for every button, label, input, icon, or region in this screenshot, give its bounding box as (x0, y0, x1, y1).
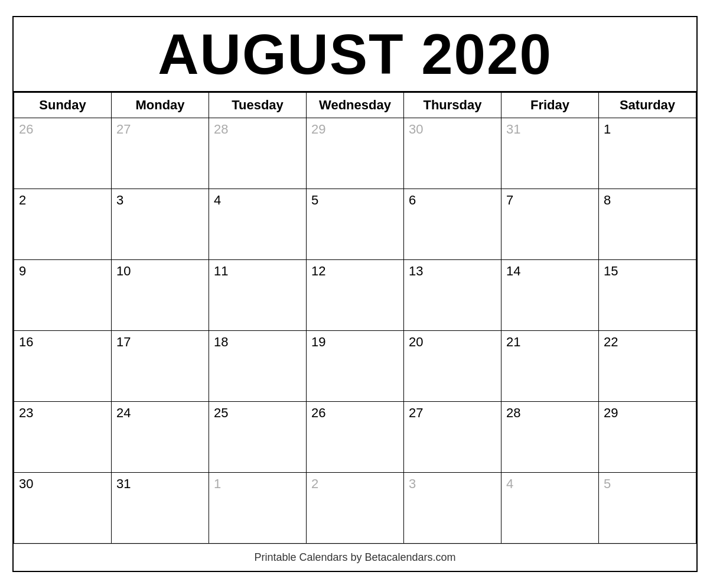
calendar-day-4-5[interactable]: 28 (501, 402, 599, 473)
calendar-day-0-3[interactable]: 29 (307, 118, 404, 189)
day-number: 2 (19, 193, 26, 207)
weekday-header-tuesday: Tuesday (209, 93, 307, 118)
weekday-header-wednesday: Wednesday (307, 93, 404, 118)
calendar-day-5-3[interactable]: 2 (307, 473, 404, 544)
calendar-week-2: 9101112131415 (14, 260, 696, 331)
calendar-day-3-3[interactable]: 19 (307, 331, 404, 402)
calendar-day-2-5[interactable]: 14 (501, 260, 599, 331)
calendar-day-5-6[interactable]: 5 (599, 473, 696, 544)
calendar-day-1-6[interactable]: 8 (599, 189, 696, 260)
day-number: 24 (116, 405, 131, 420)
day-number: 18 (214, 334, 228, 349)
calendar-day-2-4[interactable]: 13 (404, 260, 501, 331)
weekday-header-thursday: Thursday (404, 93, 501, 118)
calendar-day-2-1[interactable]: 10 (112, 260, 209, 331)
weekday-header-friday: Friday (501, 93, 599, 118)
day-number: 9 (19, 264, 26, 278)
weekday-header-monday: Monday (112, 93, 209, 118)
calendar-day-4-2[interactable]: 25 (209, 402, 307, 473)
day-number: 29 (604, 405, 618, 420)
weekday-header-saturday: Saturday (599, 93, 696, 118)
day-number: 21 (506, 334, 520, 349)
calendar-grid: SundayMondayTuesdayWednesdayThursdayFrid… (14, 92, 696, 544)
day-number: 13 (409, 264, 423, 278)
calendar-day-2-2[interactable]: 11 (209, 260, 307, 331)
calendar-day-3-6[interactable]: 22 (599, 331, 696, 402)
calendar-day-1-1[interactable]: 3 (112, 189, 209, 260)
calendar-week-0: 2627282930311 (14, 118, 696, 189)
day-number: 26 (19, 122, 33, 137)
calendar-week-3: 16171819202122 (14, 331, 696, 402)
calendar-day-3-1[interactable]: 17 (112, 331, 209, 402)
calendar-day-3-0[interactable]: 16 (14, 331, 112, 402)
calendar-day-0-6[interactable]: 1 (599, 118, 696, 189)
day-number: 1 (214, 476, 221, 491)
calendar-day-5-1[interactable]: 31 (112, 473, 209, 544)
calendar-day-0-0[interactable]: 26 (14, 118, 112, 189)
calendar-day-1-0[interactable]: 2 (14, 189, 112, 260)
weekday-header-sunday: Sunday (14, 93, 112, 118)
day-number: 20 (409, 334, 423, 349)
day-number: 28 (214, 122, 228, 137)
day-number: 27 (116, 122, 131, 137)
day-number: 4 (506, 476, 513, 491)
calendar-day-3-5[interactable]: 21 (501, 331, 599, 402)
day-number: 25 (214, 405, 228, 420)
day-number: 10 (116, 264, 131, 278)
calendar-day-2-3[interactable]: 12 (307, 260, 404, 331)
weekday-header-row: SundayMondayTuesdayWednesdayThursdayFrid… (14, 93, 696, 118)
calendar-day-5-2[interactable]: 1 (209, 473, 307, 544)
calendar-title: AUGUST 2020 (14, 17, 696, 93)
calendar-footer: Printable Calendars by Betacalendars.com (14, 544, 696, 571)
day-number: 30 (19, 476, 33, 491)
calendar-day-4-0[interactable]: 23 (14, 402, 112, 473)
calendar-day-0-2[interactable]: 28 (209, 118, 307, 189)
day-number: 1 (604, 122, 611, 137)
calendar-week-4: 23242526272829 (14, 402, 696, 473)
day-number: 31 (116, 476, 131, 491)
day-number: 26 (311, 405, 325, 420)
calendar-day-4-1[interactable]: 24 (112, 402, 209, 473)
day-number: 3 (409, 476, 416, 491)
day-number: 16 (19, 334, 33, 349)
calendar-day-5-0[interactable]: 30 (14, 473, 112, 544)
day-number: 17 (116, 334, 131, 349)
calendar-day-2-6[interactable]: 15 (599, 260, 696, 331)
calendar-day-2-0[interactable]: 9 (14, 260, 112, 331)
calendar-day-0-5[interactable]: 31 (501, 118, 599, 189)
day-number: 29 (311, 122, 325, 137)
calendar-day-4-6[interactable]: 29 (599, 402, 696, 473)
calendar-day-1-5[interactable]: 7 (501, 189, 599, 260)
calendar-day-1-3[interactable]: 5 (307, 189, 404, 260)
day-number: 14 (506, 264, 520, 278)
calendar-day-1-2[interactable]: 4 (209, 189, 307, 260)
calendar-day-3-4[interactable]: 20 (404, 331, 501, 402)
calendar-day-4-3[interactable]: 26 (307, 402, 404, 473)
day-number: 19 (311, 334, 325, 349)
calendar-day-4-4[interactable]: 27 (404, 402, 501, 473)
day-number: 4 (214, 193, 221, 207)
calendar-day-3-2[interactable]: 18 (209, 331, 307, 402)
day-number: 30 (409, 122, 423, 137)
day-number: 5 (604, 476, 611, 491)
day-number: 11 (214, 264, 228, 278)
calendar-day-0-4[interactable]: 30 (404, 118, 501, 189)
day-number: 2 (311, 476, 318, 491)
day-number: 28 (506, 405, 520, 420)
calendar-day-5-5[interactable]: 4 (501, 473, 599, 544)
day-number: 5 (311, 193, 318, 207)
calendar-day-5-4[interactable]: 3 (404, 473, 501, 544)
day-number: 7 (506, 193, 513, 207)
calendar-week-5: 303112345 (14, 473, 696, 544)
day-number: 15 (604, 264, 618, 278)
day-number: 6 (409, 193, 416, 207)
day-number: 12 (311, 264, 325, 278)
day-number: 31 (506, 122, 520, 137)
day-number: 22 (604, 334, 618, 349)
calendar-day-0-1[interactable]: 27 (112, 118, 209, 189)
calendar-container: AUGUST 2020 SundayMondayTuesdayWednesday… (12, 16, 698, 573)
day-number: 8 (604, 193, 611, 207)
calendar-week-1: 2345678 (14, 189, 696, 260)
day-number: 3 (116, 193, 123, 207)
calendar-day-1-4[interactable]: 6 (404, 189, 501, 260)
